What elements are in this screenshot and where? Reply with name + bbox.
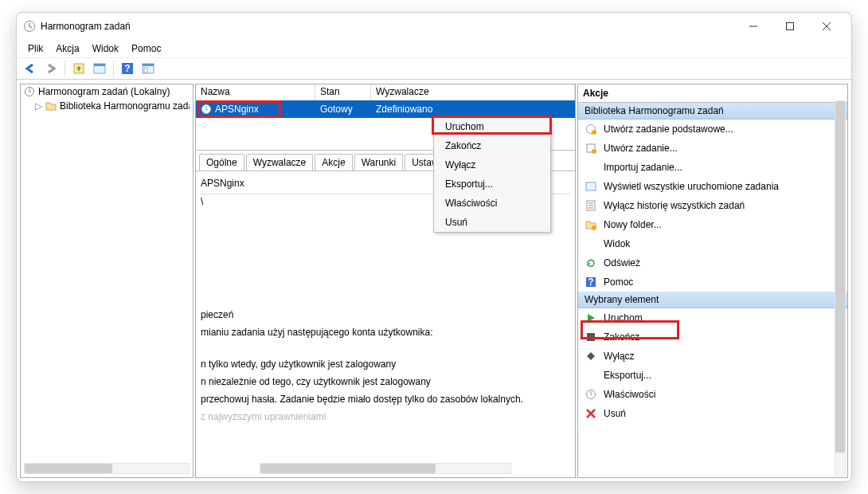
center-pane: Nazwa Stan Wyzwalacze APSNginx Gotowy Zd…	[195, 84, 576, 478]
workarea: Harmonogram zadań (Lokalny) ▷ Biblioteka…	[17, 80, 851, 481]
delete-icon	[585, 407, 597, 420]
menu-help[interactable]: Pomoc	[127, 41, 166, 56]
ctx-export[interactable]: Eksportuj...	[434, 174, 550, 194]
tree-pane: Harmonogram zadań (Lokalny) ▷ Biblioteka…	[20, 84, 194, 478]
highlight-ctx-run	[432, 116, 552, 135]
clock-icon	[24, 86, 35, 97]
window-title: Harmonogram zadań	[41, 21, 735, 32]
svg-rect-4	[94, 64, 105, 66]
action-view[interactable]: Widok▸	[578, 234, 847, 253]
close-button[interactable]	[808, 14, 845, 39]
task-icon	[585, 142, 597, 155]
up-button[interactable]	[70, 60, 88, 77]
ctx-props[interactable]: Właściwości	[434, 194, 550, 213]
help-button[interactable]: ?	[119, 60, 136, 77]
menu-action[interactable]: Akcja	[51, 41, 84, 56]
app-window: Harmonogram zadań Plik Akcja Widok Pomoc…	[16, 12, 852, 482]
action-create[interactable]: Utwórz zadanie...	[578, 139, 847, 158]
menubar: Plik Akcja Widok Pomoc	[17, 40, 851, 57]
details-l5: przechowuj hasła. Zadanie będzie miało d…	[201, 392, 570, 410]
col-name[interactable]: Nazwa	[196, 84, 315, 100]
svg-rect-9	[144, 68, 147, 73]
folder-icon	[45, 100, 57, 112]
toolbar: ?	[17, 57, 851, 80]
action-new-folder[interactable]: Nowy folder...	[578, 215, 847, 234]
ctx-end[interactable]: Zakończ	[434, 136, 550, 155]
svg-rect-1	[787, 23, 794, 30]
menu-view[interactable]: Widok	[88, 41, 123, 56]
action-export[interactable]: Eksportuj...	[578, 366, 847, 385]
task-state: Gotowy	[315, 104, 371, 115]
help-icon: ?	[585, 276, 597, 288]
action-disable[interactable]: Wyłącz	[578, 347, 847, 366]
tree-library-label: Biblioteka Harmonogramu zadań	[60, 100, 190, 112]
actions-header: Akcje	[578, 84, 847, 103]
maximize-button[interactable]	[772, 14, 808, 39]
menu-file[interactable]: Plik	[23, 41, 48, 56]
details-l3: n tylko wtedy, gdy użytkownik jest zalog…	[201, 357, 570, 374]
svg-text:?: ?	[124, 63, 130, 74]
details-l6: z najwyższymi uprawnieniami	[201, 410, 570, 427]
properties-button[interactable]	[139, 60, 157, 77]
svg-rect-16	[586, 182, 596, 190]
actions-scrollbar[interactable]	[835, 100, 846, 476]
tree-scrollbar[interactable]	[24, 463, 190, 474]
actions-pane: Akcje Biblioteka Harmonogramu zadań ▴ Ut…	[577, 84, 848, 478]
minimize-button[interactable]	[735, 14, 772, 39]
col-triggers[interactable]: Wyzwalacze	[371, 84, 575, 100]
svg-rect-8	[143, 64, 154, 66]
props-icon	[585, 388, 597, 401]
details-l1: pieczeń	[201, 308, 570, 325]
disable-icon	[585, 350, 597, 363]
chevron-right-icon: ▷	[35, 100, 42, 112]
action-delete[interactable]: Usuń	[578, 404, 847, 423]
refresh-icon	[585, 257, 597, 269]
action-disable-history[interactable]: Wyłącz historię wszystkich zadań	[578, 196, 847, 215]
tree-root[interactable]: Harmonogram zadań (Lokalny)	[21, 84, 193, 99]
folder-new-icon	[585, 218, 597, 231]
history-icon	[585, 199, 597, 212]
back-button[interactable]	[22, 60, 39, 77]
action-create-basic[interactable]: Utwórz zadanie podstawowe...	[578, 120, 847, 139]
action-import[interactable]: Importuj zadanie...	[578, 158, 847, 177]
task-columns: Nazwa Stan Wyzwalacze	[196, 84, 575, 100]
action-props[interactable]: Właściwości	[578, 385, 847, 404]
actions-section-selected[interactable]: Wybrany element ▴	[578, 292, 847, 308]
action-help[interactable]: ?Pomoc	[578, 272, 847, 292]
tab-conditions[interactable]: Warunki	[354, 154, 404, 171]
details-l4: n niezależnie od tego, czy użytkownik je…	[201, 374, 570, 392]
actions-section-library[interactable]: Biblioteka Harmonogramu zadań ▴	[578, 103, 847, 120]
action-refresh[interactable]: Odśwież	[578, 253, 847, 272]
ctx-delete[interactable]: Usuń	[434, 213, 550, 232]
highlight-action-run	[581, 320, 679, 339]
panel-button[interactable]	[91, 60, 108, 77]
action-show-running[interactable]: Wyświetl wszystkie uruchomione zadania	[578, 177, 847, 196]
svg-point-15	[592, 149, 596, 154]
tree-library[interactable]: ▷ Biblioteka Harmonogramu zadań	[21, 99, 193, 113]
forward-button[interactable]	[42, 60, 60, 77]
clock-icon	[23, 20, 36, 33]
svg-point-18	[592, 225, 596, 230]
tab-general[interactable]: Ogólne	[199, 154, 244, 171]
col-state[interactable]: Stan	[315, 84, 371, 100]
svg-point-13	[592, 130, 596, 135]
task-triggers: Zdefiniowano	[371, 104, 575, 115]
tab-actions[interactable]: Akcje	[315, 154, 352, 171]
tree-root-label: Harmonogram zadań (Lokalny)	[38, 86, 170, 97]
titlebar: Harmonogram zadań	[17, 13, 851, 40]
tab-triggers[interactable]: Wyzwalacze	[246, 154, 314, 171]
ctx-disable[interactable]: Wyłącz	[434, 155, 550, 174]
running-icon	[585, 180, 597, 193]
task-basic-icon	[585, 123, 597, 135]
details-l2: mianiu zadania użyj następującego konta …	[201, 325, 570, 343]
highlight-task-name	[197, 100, 281, 118]
details-scrollbar[interactable]	[260, 463, 511, 474]
svg-text:?: ?	[588, 276, 593, 288]
